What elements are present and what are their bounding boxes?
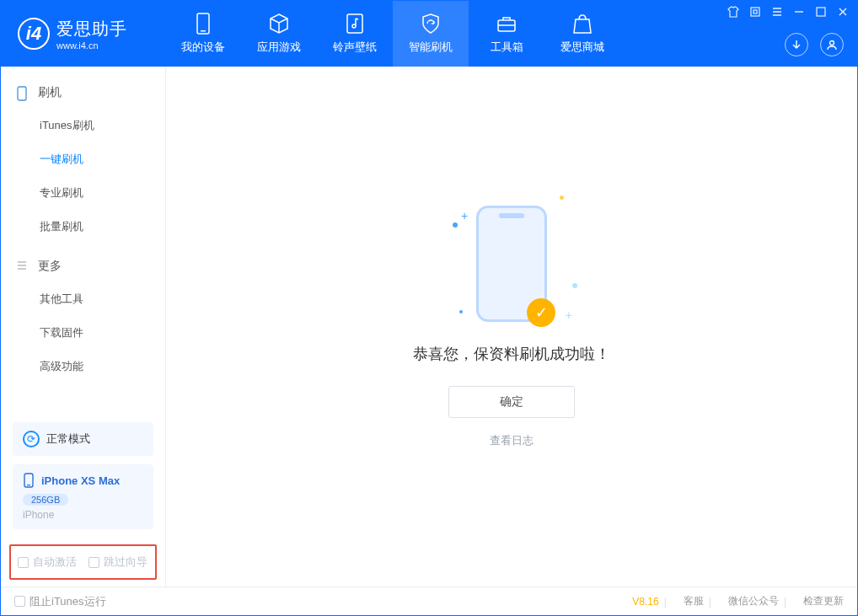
body: 刷机 iTunes刷机 一键刷机 专业刷机 批量刷机 更多 其他工具 下载固件 … — [1, 67, 857, 587]
lock-icon[interactable] — [749, 6, 761, 18]
toolbox-icon — [496, 13, 517, 35]
mode-label: 正常模式 — [46, 431, 90, 447]
version-label: V8.16 — [632, 596, 658, 608]
statusbar: 阻止iTunes运行 V8.16 | 客服 | 微信公众号 | 检查更新 — [1, 587, 857, 615]
minimize-button[interactable] — [793, 6, 805, 18]
sidebar-group-title: 更多 — [38, 259, 62, 274]
list-icon — [16, 260, 29, 273]
phone-icon — [23, 473, 35, 488]
sidebar-group-flash: 刷机 iTunes刷机 一键刷机 专业刷机 批量刷机 — [1, 77, 165, 244]
sparkle-icon — [459, 310, 463, 313]
nav-label: 铃声壁纸 — [333, 40, 377, 55]
main-nav: 我的设备 应用游戏 铃声壁纸 智能刷机 工具箱 爱思商城 — [165, 1, 620, 67]
checkbox-skip-wizard[interactable]: 跳过向导 — [88, 554, 147, 570]
svg-rect-4 — [751, 8, 759, 16]
nav-label: 工具箱 — [491, 40, 523, 55]
service-link[interactable]: 客服 — [684, 594, 704, 608]
storage-badge: 256GB — [23, 494, 68, 506]
device-name: iPhone XS Max — [41, 474, 120, 487]
svg-rect-2 — [347, 14, 362, 33]
nav-label: 爱思商城 — [560, 40, 604, 55]
sync-icon: ⟳ — [23, 431, 40, 447]
success-illustration: ✓ + + — [476, 206, 547, 322]
music-file-icon — [344, 13, 366, 35]
sparkle-icon — [572, 283, 577, 288]
checkbox-icon — [18, 557, 29, 568]
phone-icon — [16, 86, 29, 99]
nav-label: 我的设备 — [181, 40, 225, 55]
checkbox-label: 阻止iTunes运行 — [29, 594, 106, 609]
sidebar-item-itunes-flash[interactable]: iTunes刷机 — [1, 109, 165, 142]
sparkle-icon — [560, 196, 564, 200]
sidebar: 刷机 iTunes刷机 一键刷机 专业刷机 批量刷机 更多 其他工具 下载固件 … — [1, 67, 166, 587]
user-button[interactable] — [820, 33, 844, 56]
checkbox-icon — [88, 557, 99, 568]
ok-button[interactable]: 确定 — [448, 386, 575, 418]
download-button[interactable] — [785, 33, 808, 56]
sidebar-item-download-firmware[interactable]: 下载固件 — [1, 316, 165, 350]
success-message: 恭喜您，保资料刷机成功啦！ — [413, 344, 610, 364]
app-window: i4 爱思助手 www.i4.cn 我的设备 应用游戏 铃声壁纸 智能刷机 — [0, 0, 858, 616]
checkbox-block-itunes[interactable]: 阻止iTunes运行 — [14, 594, 106, 609]
nav-toolbox[interactable]: 工具箱 — [469, 1, 544, 67]
nav-my-device[interactable]: 我的设备 — [165, 1, 241, 67]
svg-rect-8 — [18, 87, 26, 100]
window-controls-bottom — [785, 33, 844, 56]
titlebar: i4 爱思助手 www.i4.cn 我的设备 应用游戏 铃声壁纸 智能刷机 — [1, 1, 857, 67]
wechat-link[interactable]: 微信公众号 — [728, 594, 779, 608]
check-icon: ✓ — [527, 298, 555, 327]
sidebar-item-other-tools[interactable]: 其他工具 — [1, 282, 165, 316]
svg-rect-10 — [27, 485, 30, 485]
device-block: ⟳ 正常模式 iPhone XS Max 256GB iPhone — [1, 414, 165, 538]
mode-card[interactable]: ⟳ 正常模式 — [13, 422, 153, 456]
sparkle-icon — [453, 222, 458, 228]
logo: i4 爱思助手 www.i4.cn — [1, 18, 144, 51]
menu-icon[interactable] — [771, 6, 783, 18]
nav-label: 智能刷机 — [409, 40, 453, 55]
sidebar-header-more: 更多 — [1, 250, 165, 282]
options-highlight-box: 自动激活 跳过向导 — [9, 544, 157, 580]
sidebar-item-pro-flash[interactable]: 专业刷机 — [1, 176, 165, 210]
plus-icon: + — [566, 308, 572, 322]
sidebar-item-advanced[interactable]: 高级功能 — [1, 350, 165, 383]
window-controls-top — [727, 6, 849, 18]
close-button[interactable] — [837, 6, 849, 18]
nav-label: 应用游戏 — [257, 40, 301, 55]
svg-rect-6 — [817, 8, 825, 16]
sidebar-header-flash: 刷机 — [1, 77, 165, 109]
content-area: ✓ + + 恭喜您，保资料刷机成功啦！ 确定 查看日志 — [166, 67, 857, 587]
sidebar-item-oneclick-flash[interactable]: 一键刷机 — [1, 142, 165, 176]
logo-icon: i4 — [18, 18, 50, 50]
checkbox-label: 自动激活 — [33, 554, 77, 570]
app-url: www.i4.cn — [56, 40, 127, 51]
nav-smart-flash[interactable]: 智能刷机 — [393, 1, 469, 67]
view-log-link[interactable]: 查看日志 — [490, 433, 534, 448]
plus-icon: + — [461, 209, 468, 222]
sidebar-item-batch-flash[interactable]: 批量刷机 — [1, 210, 165, 244]
svg-rect-5 — [753, 10, 757, 13]
shield-sync-icon — [420, 13, 442, 35]
checkbox-icon — [14, 596, 25, 607]
device-type: iPhone — [23, 509, 143, 521]
svg-point-7 — [830, 41, 834, 46]
update-link[interactable]: 检查更新 — [803, 594, 844, 608]
svg-rect-1 — [201, 30, 206, 32]
cube-icon — [268, 13, 290, 35]
checkbox-label: 跳过向导 — [104, 554, 147, 570]
maximize-button[interactable] — [815, 6, 827, 18]
sidebar-group-more: 更多 其他工具 下载固件 高级功能 — [1, 250, 165, 383]
nav-store[interactable]: 爱思商城 — [544, 1, 620, 67]
bag-icon — [571, 13, 593, 35]
nav-apps-games[interactable]: 应用游戏 — [241, 1, 317, 67]
device-card[interactable]: iPhone XS Max 256GB iPhone — [13, 464, 153, 529]
checkbox-auto-activate[interactable]: 自动激活 — [18, 554, 77, 570]
app-name: 爱思助手 — [56, 18, 127, 40]
phone-icon — [192, 13, 214, 35]
sidebar-group-title: 刷机 — [38, 85, 62, 100]
nav-ringtones-wallpapers[interactable]: 铃声壁纸 — [317, 1, 393, 67]
shirt-icon[interactable] — [727, 6, 739, 18]
